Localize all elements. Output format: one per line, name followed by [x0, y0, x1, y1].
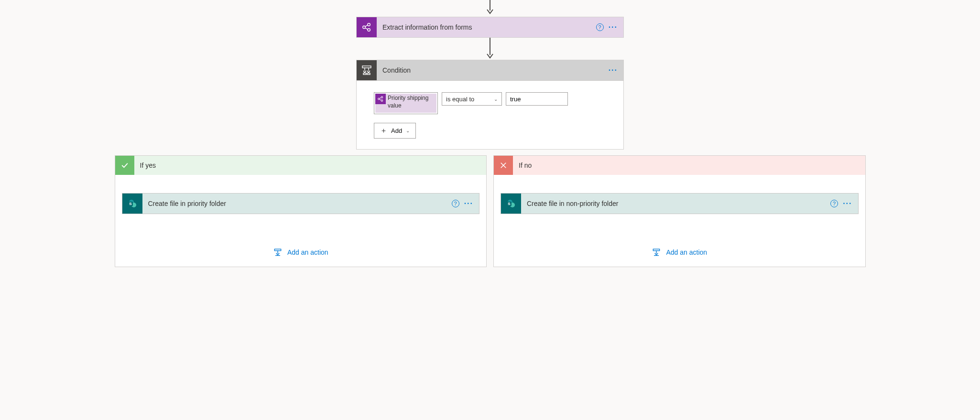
- chevron-down-icon: ⌄: [406, 128, 410, 133]
- condition-left-operand[interactable]: Priority shipping value: [374, 92, 438, 114]
- svg-line-16: [380, 99, 381, 100]
- extract-forms-card[interactable]: Extract information from forms ? ···: [356, 17, 624, 38]
- more-menu[interactable]: ···: [464, 200, 473, 207]
- condition-header[interactable]: Condition ···: [357, 60, 623, 81]
- svg-point-14: [381, 100, 383, 102]
- svg-line-15: [380, 97, 381, 98]
- add-action-label: Add an action: [287, 248, 328, 256]
- svg-rect-11: [367, 73, 370, 75]
- help-icon[interactable]: ?: [830, 200, 838, 207]
- dynamic-token[interactable]: Priority shipping value: [375, 94, 436, 113]
- flow-arrow: [115, 0, 866, 17]
- add-action-icon: [273, 248, 283, 257]
- condition-operator-select[interactable]: is equal to ⌄: [442, 92, 502, 106]
- add-action-button[interactable]: Add an action: [494, 248, 865, 257]
- svg-point-3: [368, 29, 370, 32]
- condition-icon: [357, 60, 377, 80]
- create-file-priority-card[interactable]: S Create file in priority folder ? ···: [122, 193, 480, 214]
- svg-rect-30: [653, 249, 660, 250]
- check-icon: [115, 156, 134, 175]
- action-title: Create file in priority folder: [142, 200, 452, 207]
- branch-no-label: If no: [513, 162, 532, 169]
- action-title: Create file in non-priority folder: [521, 200, 830, 207]
- ai-builder-icon: [357, 17, 377, 37]
- help-icon[interactable]: ?: [596, 23, 604, 31]
- branch-header-yes: If yes: [115, 156, 487, 175]
- svg-point-12: [378, 98, 380, 100]
- sharepoint-icon: S: [501, 194, 521, 214]
- svg-line-4: [365, 25, 368, 26]
- svg-rect-21: [274, 249, 281, 250]
- condition-card[interactable]: Condition ···: [356, 60, 624, 150]
- more-menu[interactable]: ···: [609, 23, 618, 31]
- svg-rect-10: [363, 73, 366, 75]
- help-icon[interactable]: ?: [452, 200, 459, 207]
- sharepoint-icon: S: [122, 194, 142, 214]
- branch-header-no: If no: [494, 156, 865, 175]
- add-action-label: Add an action: [666, 248, 707, 256]
- add-action-icon: [652, 248, 661, 257]
- svg-text:S: S: [508, 202, 511, 206]
- close-icon: [494, 156, 513, 175]
- branch-yes-label: If yes: [134, 162, 156, 169]
- svg-line-5: [365, 28, 368, 29]
- token-label: Priority shipping value: [386, 94, 436, 110]
- create-file-nonpriority-card[interactable]: S Create file in non-priority folder ? ·…: [501, 193, 859, 214]
- svg-point-13: [381, 97, 383, 98]
- svg-text:S: S: [129, 202, 132, 206]
- if-yes-branch: If yes S Create file in priority folder …: [115, 155, 487, 267]
- more-menu[interactable]: ···: [609, 66, 618, 74]
- svg-point-2: [368, 23, 370, 26]
- if-no-branch: If no S Create file in non-priority fold…: [493, 155, 866, 267]
- condition-value-input[interactable]: [506, 92, 568, 106]
- ai-builder-icon: [375, 94, 386, 104]
- svg-point-1: [363, 26, 366, 29]
- add-condition-button[interactable]: ＋ Add ⌄: [374, 123, 416, 139]
- add-action-button[interactable]: Add an action: [115, 248, 487, 257]
- condition-title: Condition: [377, 66, 609, 74]
- plus-icon: ＋: [380, 126, 387, 135]
- extract-forms-title: Extract information from forms: [377, 23, 596, 31]
- more-menu[interactable]: ···: [843, 200, 852, 207]
- svg-rect-7: [362, 66, 371, 68]
- chevron-down-icon: ⌄: [494, 97, 498, 102]
- add-label: Add: [391, 127, 402, 134]
- flow-arrow: [115, 38, 866, 60]
- operator-value: is equal to: [446, 96, 474, 103]
